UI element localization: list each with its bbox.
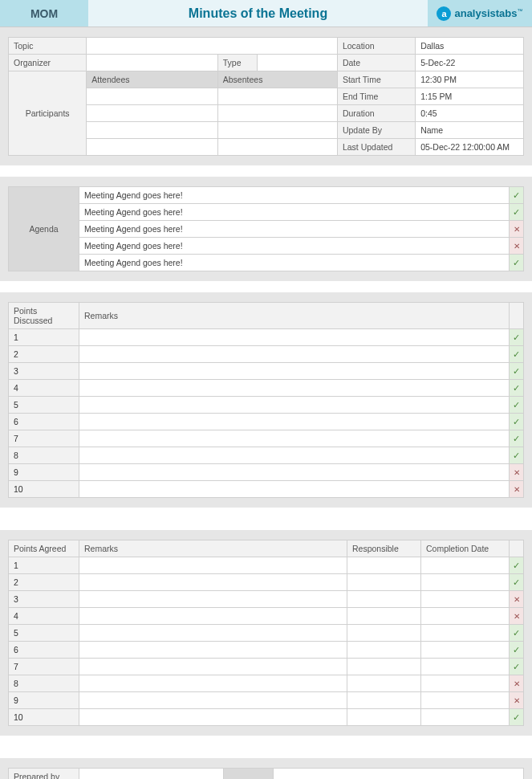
absentee-cell[interactable]	[217, 139, 337, 156]
pa-row-num: 5	[9, 625, 79, 642]
info-section: Topic Location Dallas Organizer Type Dat…	[0, 27, 532, 165]
location-value[interactable]: Dallas	[416, 38, 524, 55]
start-time-label: Start Time	[337, 71, 415, 88]
agenda-table: AgendaMeeting Agend goes here!✓Meeting A…	[8, 186, 524, 271]
cross-icon: ✕	[510, 608, 524, 625]
check-icon: ✓	[510, 659, 524, 675]
pa-date-cell[interactable]	[421, 675, 510, 692]
pd-remarks-cell[interactable]	[79, 329, 510, 346]
duration-value[interactable]: 0:45	[416, 105, 524, 122]
participants-label: Participants	[9, 71, 87, 156]
points-agreed-section: Points Agreed Remarks Responsible Comple…	[0, 530, 532, 736]
pa-responsible-cell[interactable]	[347, 625, 421, 642]
pa-responsible-cell[interactable]	[347, 659, 421, 675]
agenda-item[interactable]: Meeting Agend goes here!	[79, 221, 510, 238]
pa-responsible-cell[interactable]	[347, 557, 421, 574]
pa-responsible-cell[interactable]	[347, 675, 421, 692]
pa-date-cell[interactable]	[421, 692, 510, 709]
logo-text: analysistabs™	[454, 7, 522, 19]
last-updated-value[interactable]: 05-Dec-22 12:00:00 AM	[416, 139, 524, 156]
pa-header-date: Completion Date	[421, 540, 510, 557]
pa-responsible-cell[interactable]	[347, 574, 421, 591]
check-icon: ✓	[510, 574, 524, 591]
attendee-cell[interactable]	[87, 122, 218, 139]
pa-date-cell[interactable]	[421, 557, 510, 574]
meeting-summary-label: Meeting Summary ▶	[224, 769, 274, 780]
update-by-value[interactable]: Name	[416, 122, 524, 139]
pa-date-cell[interactable]	[421, 625, 510, 642]
pa-remarks-cell[interactable]	[79, 574, 347, 591]
meeting-summary-value[interactable]	[274, 769, 524, 780]
pd-remarks-cell[interactable]	[79, 397, 510, 414]
pa-row-num: 2	[9, 574, 79, 591]
pd-remarks-cell[interactable]	[79, 447, 510, 464]
cross-icon: ✕	[510, 221, 524, 238]
date-value[interactable]: 5-Dec-22	[416, 55, 524, 71]
pa-date-cell[interactable]	[421, 642, 510, 659]
pa-date-cell[interactable]	[421, 591, 510, 608]
pa-remarks-cell[interactable]	[79, 591, 347, 608]
pd-remarks-cell[interactable]	[79, 430, 510, 447]
end-time-value[interactable]: 1:15 PM	[416, 88, 524, 105]
pa-row-num: 7	[9, 659, 79, 675]
cross-icon: ✕	[510, 675, 524, 692]
agenda-item[interactable]: Meeting Agend goes here!	[79, 238, 510, 255]
prepared-by-label: Prepared by	[9, 769, 79, 780]
pd-remarks-cell[interactable]	[79, 481, 510, 498]
duration-label: Duration	[337, 105, 415, 122]
pa-date-cell[interactable]	[421, 659, 510, 675]
pa-responsible-cell[interactable]	[347, 608, 421, 625]
start-time-value[interactable]: 12:30 PM	[416, 71, 524, 88]
attendee-cell[interactable]	[87, 105, 218, 122]
agenda-item[interactable]: Meeting Agend goes here!	[79, 204, 510, 221]
attendee-cell[interactable]	[87, 139, 218, 156]
logo-icon: a	[437, 6, 451, 21]
pa-date-cell[interactable]	[421, 608, 510, 625]
absentee-cell[interactable]	[217, 122, 337, 139]
organizer-label: Organizer	[9, 55, 87, 71]
pa-remarks-cell[interactable]	[79, 659, 347, 675]
pd-row-num: 6	[9, 414, 79, 430]
pa-remarks-cell[interactable]	[79, 625, 347, 642]
pa-remarks-cell[interactable]	[79, 642, 347, 659]
attendee-cell[interactable]	[87, 88, 218, 105]
check-icon: ✓	[510, 642, 524, 659]
pd-remarks-cell[interactable]	[79, 380, 510, 397]
pa-date-cell[interactable]	[421, 709, 510, 726]
pa-responsible-cell[interactable]	[347, 709, 421, 726]
pa-remarks-cell[interactable]	[79, 709, 347, 726]
check-icon: ✓	[510, 329, 524, 346]
pd-remarks-cell[interactable]	[79, 346, 510, 363]
topic-value[interactable]	[87, 38, 338, 55]
pa-remarks-cell[interactable]	[79, 608, 347, 625]
agenda-item[interactable]: Meeting Agend goes here!	[79, 187, 510, 204]
agenda-item[interactable]: Meeting Agend goes here!	[79, 255, 510, 271]
absentee-cell[interactable]	[217, 88, 337, 105]
agenda-section: AgendaMeeting Agend goes here!✓Meeting A…	[0, 177, 532, 281]
pa-responsible-cell[interactable]	[347, 692, 421, 709]
check-icon: ✓	[510, 447, 524, 464]
type-value[interactable]	[258, 55, 337, 71]
pa-row-num: 1	[9, 557, 79, 574]
pd-remarks-cell[interactable]	[79, 464, 510, 481]
pd-row-num: 8	[9, 447, 79, 464]
check-icon: ✓	[510, 346, 524, 363]
prepared-by-value[interactable]	[79, 769, 224, 780]
absentees-label: Absentees	[217, 71, 337, 88]
check-icon: ✓	[510, 204, 524, 221]
pa-responsible-cell[interactable]	[347, 642, 421, 659]
pd-row-num: 7	[9, 430, 79, 447]
pd-remarks-cell[interactable]	[79, 363, 510, 380]
pa-remarks-cell[interactable]	[79, 692, 347, 709]
pa-remarks-cell[interactable]	[79, 557, 347, 574]
pa-header-num: Points Agreed	[9, 540, 79, 557]
pa-responsible-cell[interactable]	[347, 591, 421, 608]
page-title: Minutes of the Meeting	[88, 0, 428, 27]
pa-row-num: 4	[9, 608, 79, 625]
pd-remarks-cell[interactable]	[79, 414, 510, 430]
pd-row-num: 3	[9, 363, 79, 380]
absentee-cell[interactable]	[217, 105, 337, 122]
pa-date-cell[interactable]	[421, 574, 510, 591]
pa-remarks-cell[interactable]	[79, 675, 347, 692]
organizer-value[interactable]	[87, 55, 218, 71]
